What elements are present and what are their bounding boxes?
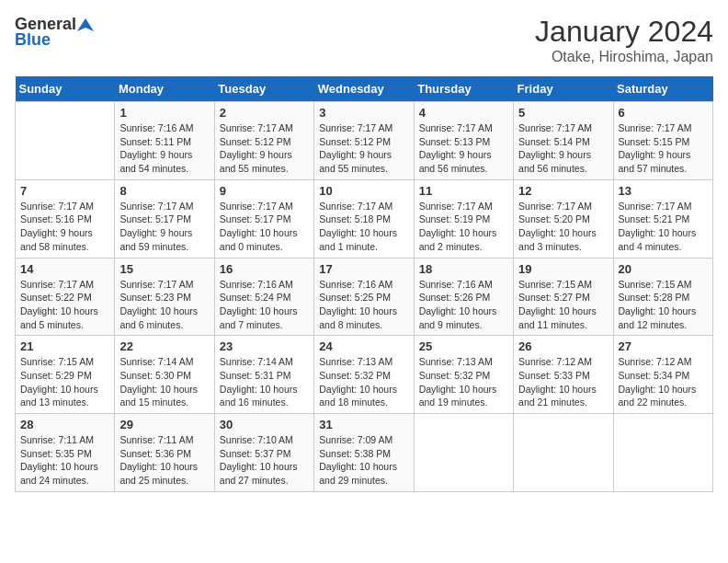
- day-info: Sunrise: 7:17 AM Sunset: 5:16 PM Dayligh…: [20, 200, 109, 254]
- calendar-cell: 29Sunrise: 7:11 AM Sunset: 5:36 PM Dayli…: [115, 414, 214, 492]
- day-number: 11: [419, 184, 508, 198]
- day-number: 12: [518, 184, 608, 198]
- day-number: 6: [619, 106, 708, 120]
- calendar-cell: 16Sunrise: 7:16 AM Sunset: 5:24 PM Dayli…: [214, 258, 313, 336]
- calendar-table: SundayMondayTuesdayWednesdayThursdayFrid…: [15, 76, 713, 492]
- day-number: 15: [119, 262, 209, 276]
- day-number: 26: [518, 339, 608, 353]
- day-number: 19: [518, 262, 608, 276]
- day-number: 3: [319, 106, 408, 120]
- header-saturday: Saturday: [613, 76, 712, 102]
- day-info: Sunrise: 7:17 AM Sunset: 5:12 PM Dayligh…: [220, 121, 309, 176]
- day-info: Sunrise: 7:17 AM Sunset: 5:14 PM Dayligh…: [518, 121, 608, 176]
- calendar-cell: 5Sunrise: 7:17 AM Sunset: 5:14 PM Daylig…: [514, 102, 613, 180]
- calendar-cell: 31Sunrise: 7:09 AM Sunset: 5:38 PM Dayli…: [314, 414, 414, 492]
- day-info: Sunrise: 7:17 AM Sunset: 5:22 PM Dayligh…: [20, 278, 109, 332]
- calendar-week-2: 7Sunrise: 7:17 AM Sunset: 5:16 PM Daylig…: [16, 179, 713, 258]
- day-info: Sunrise: 7:12 AM Sunset: 5:34 PM Dayligh…: [619, 355, 708, 409]
- calendar-cell: 14Sunrise: 7:17 AM Sunset: 5:22 PM Dayli…: [16, 258, 115, 336]
- calendar-week-4: 21Sunrise: 7:15 AM Sunset: 5:29 PM Dayli…: [16, 336, 713, 414]
- day-info: Sunrise: 7:17 AM Sunset: 5:17 PM Dayligh…: [220, 200, 309, 254]
- day-info: Sunrise: 7:17 AM Sunset: 5:20 PM Dayligh…: [518, 200, 608, 254]
- calendar-cell: 7Sunrise: 7:17 AM Sunset: 5:16 PM Daylig…: [16, 179, 115, 258]
- calendar-cell: 18Sunrise: 7:16 AM Sunset: 5:26 PM Dayli…: [414, 258, 513, 336]
- calendar-cell: 2Sunrise: 7:17 AM Sunset: 5:12 PM Daylig…: [214, 102, 313, 180]
- day-number: 31: [319, 418, 408, 431]
- calendar-cell: [16, 102, 115, 180]
- calendar-week-5: 28Sunrise: 7:11 AM Sunset: 5:35 PM Dayli…: [16, 414, 713, 492]
- calendar-cell: [514, 414, 613, 492]
- calendar-cell: 20Sunrise: 7:15 AM Sunset: 5:28 PM Dayli…: [613, 258, 712, 336]
- header-friday: Friday: [514, 76, 613, 102]
- day-number: 13: [619, 184, 708, 198]
- calendar-cell: [613, 414, 712, 492]
- calendar-cell: 22Sunrise: 7:14 AM Sunset: 5:30 PM Dayli…: [115, 336, 214, 414]
- day-info: Sunrise: 7:13 AM Sunset: 5:32 PM Dayligh…: [319, 355, 408, 409]
- header-tuesday: Tuesday: [214, 76, 313, 102]
- calendar-week-3: 14Sunrise: 7:17 AM Sunset: 5:22 PM Dayli…: [16, 258, 713, 336]
- title-area: January 2024 Otake, Hiroshima, Japan: [535, 15, 713, 65]
- header-sunday: Sunday: [16, 76, 115, 102]
- calendar-cell: [414, 414, 513, 492]
- calendar-cell: 12Sunrise: 7:17 AM Sunset: 5:20 PM Dayli…: [514, 179, 613, 258]
- calendar-header-row: SundayMondayTuesdayWednesdayThursdayFrid…: [16, 76, 713, 102]
- day-info: Sunrise: 7:15 AM Sunset: 5:27 PM Dayligh…: [518, 278, 608, 332]
- calendar-cell: 19Sunrise: 7:15 AM Sunset: 5:27 PM Dayli…: [514, 258, 613, 336]
- day-number: 7: [20, 184, 109, 198]
- day-number: 29: [119, 418, 209, 431]
- day-info: Sunrise: 7:13 AM Sunset: 5:32 PM Dayligh…: [419, 355, 508, 409]
- day-info: Sunrise: 7:16 AM Sunset: 5:25 PM Dayligh…: [319, 278, 408, 332]
- day-number: 10: [319, 184, 408, 198]
- calendar-cell: 25Sunrise: 7:13 AM Sunset: 5:32 PM Dayli…: [414, 336, 513, 414]
- day-number: 17: [319, 262, 408, 276]
- calendar-cell: 28Sunrise: 7:11 AM Sunset: 5:35 PM Dayli…: [16, 414, 115, 492]
- day-info: Sunrise: 7:15 AM Sunset: 5:28 PM Dayligh…: [619, 278, 708, 332]
- day-number: 24: [319, 339, 408, 353]
- day-info: Sunrise: 7:14 AM Sunset: 5:31 PM Dayligh…: [220, 355, 309, 409]
- calendar-cell: 21Sunrise: 7:15 AM Sunset: 5:29 PM Dayli…: [16, 336, 115, 414]
- day-info: Sunrise: 7:12 AM Sunset: 5:33 PM Dayligh…: [518, 355, 608, 409]
- calendar-week-1: 1Sunrise: 7:16 AM Sunset: 5:11 PM Daylig…: [16, 102, 713, 180]
- day-number: 2: [220, 106, 309, 120]
- location-title: Otake, Hiroshima, Japan: [535, 49, 713, 65]
- day-number: 14: [20, 262, 109, 276]
- day-info: Sunrise: 7:09 AM Sunset: 5:38 PM Dayligh…: [319, 433, 408, 488]
- logo: General Blue: [15, 15, 95, 50]
- day-number: 4: [419, 106, 508, 120]
- day-info: Sunrise: 7:10 AM Sunset: 5:37 PM Dayligh…: [220, 433, 309, 488]
- day-info: Sunrise: 7:11 AM Sunset: 5:35 PM Dayligh…: [20, 433, 109, 488]
- page-header: General Blue January 2024 Otake, Hiroshi…: [15, 15, 713, 65]
- calendar-cell: 3Sunrise: 7:17 AM Sunset: 5:12 PM Daylig…: [314, 102, 414, 180]
- logo-blue: Blue: [15, 30, 51, 50]
- day-number: 30: [220, 418, 309, 431]
- day-info: Sunrise: 7:16 AM Sunset: 5:26 PM Dayligh…: [419, 278, 508, 332]
- day-number: 16: [220, 262, 309, 276]
- day-info: Sunrise: 7:17 AM Sunset: 5:12 PM Dayligh…: [319, 121, 408, 176]
- calendar-cell: 26Sunrise: 7:12 AM Sunset: 5:33 PM Dayli…: [514, 336, 613, 414]
- svg-marker-0: [77, 18, 94, 31]
- calendar-cell: 4Sunrise: 7:17 AM Sunset: 5:13 PM Daylig…: [414, 102, 513, 180]
- day-info: Sunrise: 7:17 AM Sunset: 5:21 PM Dayligh…: [619, 200, 708, 254]
- day-number: 25: [419, 339, 508, 353]
- day-number: 21: [20, 339, 109, 353]
- day-number: 18: [419, 262, 508, 276]
- header-thursday: Thursday: [414, 76, 513, 102]
- day-info: Sunrise: 7:17 AM Sunset: 5:19 PM Dayligh…: [419, 200, 508, 254]
- calendar-cell: 24Sunrise: 7:13 AM Sunset: 5:32 PM Dayli…: [314, 336, 414, 414]
- day-info: Sunrise: 7:16 AM Sunset: 5:11 PM Dayligh…: [119, 121, 209, 176]
- header-wednesday: Wednesday: [314, 76, 414, 102]
- day-number: 27: [619, 339, 708, 353]
- header-monday: Monday: [115, 76, 214, 102]
- calendar-cell: 13Sunrise: 7:17 AM Sunset: 5:21 PM Dayli…: [613, 179, 712, 258]
- day-info: Sunrise: 7:16 AM Sunset: 5:24 PM Dayligh…: [220, 278, 309, 332]
- day-info: Sunrise: 7:17 AM Sunset: 5:18 PM Dayligh…: [319, 200, 408, 254]
- calendar-cell: 30Sunrise: 7:10 AM Sunset: 5:37 PM Dayli…: [214, 414, 313, 492]
- day-number: 9: [220, 184, 309, 198]
- calendar-cell: 8Sunrise: 7:17 AM Sunset: 5:17 PM Daylig…: [115, 179, 214, 258]
- calendar-cell: 15Sunrise: 7:17 AM Sunset: 5:23 PM Dayli…: [115, 258, 214, 336]
- month-title: January 2024: [535, 15, 713, 49]
- calendar-cell: 1Sunrise: 7:16 AM Sunset: 5:11 PM Daylig…: [115, 102, 214, 180]
- day-info: Sunrise: 7:17 AM Sunset: 5:23 PM Dayligh…: [119, 278, 209, 332]
- day-number: 20: [619, 262, 708, 276]
- calendar-cell: 10Sunrise: 7:17 AM Sunset: 5:18 PM Dayli…: [314, 179, 414, 258]
